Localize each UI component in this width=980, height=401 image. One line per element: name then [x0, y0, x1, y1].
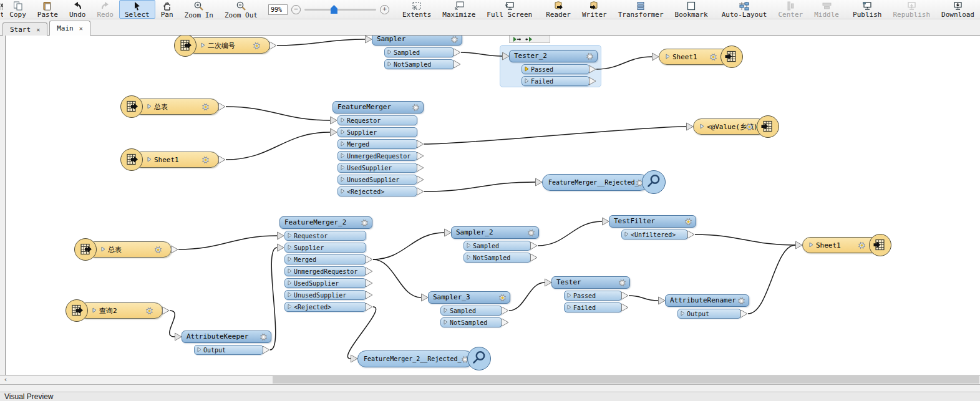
node-header[interactable]: FeatureMerger: [332, 101, 424, 114]
port-Output[interactable]: Output: [677, 309, 741, 319]
port-output-arrow[interactable]: [589, 65, 596, 74]
port-Failed[interactable]: Failed: [522, 76, 589, 86]
node-pill[interactable]: Sheet1: [659, 49, 730, 65]
port-output-arrow[interactable]: [366, 267, 373, 276]
node-input-arrow[interactable]: [795, 241, 803, 249]
toolbar-button-zoom-out[interactable]: Zoom Out: [219, 0, 263, 19]
node-header[interactable]: FeatureMerger_2: [279, 216, 372, 229]
port-UnmergedRequestor[interactable]: UnmergedRequestor: [284, 266, 366, 276]
node-pill[interactable]: Sheet1: [133, 152, 219, 168]
node-pill[interactable]: Sheet1: [802, 237, 879, 253]
node-input-arrow[interactable]: [658, 296, 666, 305]
port-UnusedSupplier[interactable]: UnusedSupplier: [284, 290, 366, 300]
gear-icon[interactable]: [201, 103, 210, 113]
collapse-triangle-icon[interactable]: [201, 42, 205, 50]
port-output-arrow[interactable]: [417, 152, 424, 160]
port-output-arrow[interactable]: [530, 241, 538, 250]
port-Merged[interactable]: Merged: [284, 254, 366, 264]
gear-icon[interactable]: [858, 241, 866, 251]
gear-icon[interactable]: [145, 307, 153, 317]
reader-table-icon[interactable]: [74, 238, 97, 261]
gear-icon[interactable]: [745, 123, 754, 133]
toolbar-button-bookmark[interactable]: Bookmark: [669, 0, 714, 19]
port-output-arrow[interactable]: [263, 345, 270, 354]
magnifier-circle[interactable]: [467, 347, 491, 370]
port-input-arrow[interactable]: [330, 128, 337, 137]
node-pill[interactable]: <@Value(乡镇)>: [693, 118, 767, 135]
port-Rejected[interactable]: <Rejected>: [284, 302, 366, 312]
port-Unfiltered[interactable]: <Unfiltered>: [621, 229, 688, 239]
collapse-triangle-icon[interactable]: [666, 53, 670, 61]
toolbar-button-undo[interactable]: Undo: [64, 0, 92, 19]
port-Sampled[interactable]: Sampled: [440, 306, 502, 316]
port-Passed[interactable]: Passed: [522, 64, 589, 74]
gear-icon[interactable]: [253, 42, 261, 52]
connection-reader_cx2-to-attrkeeper[interactable]: [170, 311, 175, 337]
port-NotSampled[interactable]: NotSampled: [384, 59, 454, 69]
gear-icon[interactable]: [498, 294, 507, 306]
zoom-slider-handle[interactable]: [331, 5, 337, 14]
node-pill[interactable]: FeatureMerger_2__Rejected_: [357, 350, 473, 367]
port-Sampled[interactable]: Sampled: [463, 241, 531, 251]
toolbar-button-reader[interactable]: Reader: [540, 0, 576, 19]
run-to-node-icon[interactable]: [513, 36, 521, 45]
port-output-arrow[interactable]: [366, 255, 373, 264]
port-Output[interactable]: Output: [194, 345, 263, 355]
connection-sampler-to-tester2[interactable]: [461, 52, 502, 56]
collapse-triangle-icon[interactable]: [147, 156, 152, 164]
toolbar-button-maximize[interactable]: Maximize: [437, 0, 481, 19]
node-input-arrow[interactable]: [175, 332, 182, 341]
port-UnusedSupplier[interactable]: UnusedSupplier: [337, 175, 417, 185]
port-output-arrow[interactable]: [502, 318, 509, 327]
port-NotSampled[interactable]: NotSampled: [463, 253, 531, 263]
horizontal-scrollbar[interactable]: ‹: [0, 375, 980, 385]
node-output-arrow[interactable]: [218, 155, 226, 164]
node-header[interactable]: Tester_2: [509, 50, 598, 62]
gear-icon[interactable]: [709, 53, 717, 63]
connection-reader_zb2-to-fm2[interactable]: [178, 236, 277, 249]
port-output-arrow[interactable]: [589, 77, 596, 85]
reader-table-icon[interactable]: [65, 299, 88, 322]
node-pill[interactable]: FeatureMerger__Rejected_: [542, 174, 648, 191]
port-Requestor[interactable]: Requestor: [337, 115, 417, 125]
node-header[interactable]: AttributeKeeper: [182, 331, 271, 343]
node-pill[interactable]: 总表: [87, 241, 172, 258]
tab-main[interactable]: Main✕: [49, 21, 90, 36]
node-header[interactable]: Sampler_3: [428, 291, 510, 304]
node-input-arrow[interactable]: [444, 228, 452, 237]
gear-icon[interactable]: [201, 156, 210, 166]
node-output-arrow[interactable]: [218, 102, 226, 111]
port-output-arrow[interactable]: [417, 175, 424, 184]
writer-table-icon[interactable]: [869, 234, 891, 256]
gear-icon[interactable]: [737, 297, 745, 309]
magnifier-circle[interactable]: [642, 170, 666, 194]
connection-fm2-to-sampler2[interactable]: [373, 233, 444, 259]
zoom-level-input[interactable]: [268, 4, 288, 15]
zoom-decrease-button[interactable]: −: [291, 5, 301, 14]
scrollbar-left-arrow[interactable]: ‹: [0, 375, 11, 384]
connection-fm1-to-writer_value[interactable]: [424, 127, 686, 144]
port-output-arrow[interactable]: [417, 163, 424, 172]
port-output-arrow[interactable]: [454, 60, 461, 69]
gear-icon[interactable]: [586, 52, 594, 64]
connection-reader_ecbh-to-sampler[interactable]: [277, 39, 365, 46]
zoom-increase-button[interactable]: +: [380, 5, 389, 14]
connection-tester-to-attrrenamer[interactable]: [629, 296, 658, 301]
port-output-arrow[interactable]: [530, 253, 538, 262]
gear-icon[interactable]: [154, 246, 162, 256]
run-from-node-icon[interactable]: [525, 36, 533, 45]
node-input-arrow[interactable]: [351, 354, 358, 363]
node-pill[interactable]: 查询2: [78, 302, 163, 319]
connection-reader_sheet1-to-fm1[interactable]: [226, 132, 330, 160]
port-output-arrow[interactable]: [366, 291, 373, 299]
connection-fm1-to-insp1[interactable]: [424, 182, 535, 191]
node-header[interactable]: Tester: [551, 276, 630, 289]
toolbar-button-select[interactable]: Select: [119, 0, 155, 19]
port-Passed[interactable]: Passed: [564, 291, 622, 301]
collapse-triangle-icon[interactable]: [147, 103, 152, 111]
node-input-arrow[interactable]: [365, 36, 372, 44]
port-NotSampled[interactable]: NotSampled: [440, 317, 502, 327]
writer-table-icon[interactable]: [757, 115, 779, 138]
connection-sampler3-to-tester[interactable]: [509, 283, 545, 311]
toolbar-button-extents[interactable]: Extents: [397, 0, 437, 19]
